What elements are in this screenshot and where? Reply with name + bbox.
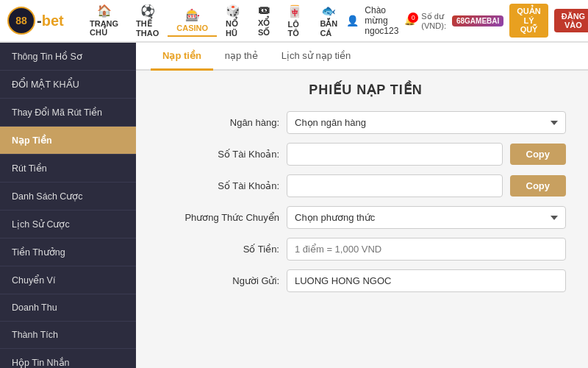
copy-button-so-tai-khoan-1[interactable]: Copy bbox=[510, 144, 567, 165]
form-rows: Ngân hàng:Chọn ngân hàngSố Tài Khoản:Cop… bbox=[165, 111, 566, 292]
nav-icon-the-thao: ⚽ bbox=[140, 4, 155, 18]
content-area: Nạp tiềnnạp thẻLịch sử nạp tiền PHIẾU NẠ… bbox=[136, 43, 588, 368]
nav-icon-lo-to: 🀄 bbox=[287, 4, 302, 18]
main-layout: Thông Tin Hồ SơĐỔI MẬT KHẨUThay Đổi Mã R… bbox=[0, 43, 588, 368]
form-title: PHIẾU NẠP TIỀN bbox=[165, 82, 566, 98]
nav-label-lo-to: LÔ TÔ bbox=[287, 20, 302, 38]
label-ngan-hang: Ngân hàng: bbox=[165, 117, 279, 128]
logo-text: -bet bbox=[37, 13, 64, 29]
bell-area[interactable]: 🔔 0 bbox=[404, 15, 415, 26]
form-area: PHIẾU NẠP TIỀN Ngân hàng:Chọn ngân hàngS… bbox=[136, 71, 588, 312]
nav-label-no-hu: NỔ HŨ bbox=[226, 19, 240, 38]
user-greeting: Chào mừng ngoc123 bbox=[365, 5, 398, 36]
nav-label-xo-so: XỔ SỐ bbox=[258, 18, 270, 38]
nav-label-trang-chu: TRANG CHỦ bbox=[90, 19, 118, 38]
form-row-so-tai-khoan-1: Số Tài Khoản:Copy bbox=[165, 143, 566, 166]
nav-item-lo-to[interactable]: 🀄LÔ TÔ bbox=[279, 1, 311, 40]
input-so-tien[interactable] bbox=[287, 238, 566, 261]
balance-label: Số dư (VND): bbox=[421, 12, 446, 30]
sidebar-item-thay-doi-ma-rut-tien[interactable]: Thay Đổi Mã Rút Tiền bbox=[0, 99, 136, 127]
header-right: 👤 Chào mừng ngoc123 🔔 0 Số dư (VND): 68G… bbox=[346, 4, 588, 38]
sidebar-item-tien-thuong[interactable]: Tiền Thưởng bbox=[0, 238, 136, 266]
form-row-phuong-thuc-chuyen: Phương Thức ChuyểnChọn phương thức bbox=[165, 206, 566, 229]
logo-number: 88 bbox=[15, 15, 27, 26]
label-so-tai-khoan-2: Số Tài Khoản: bbox=[165, 180, 279, 191]
nav-label-ban-ca: BẮN CÁ bbox=[320, 19, 337, 38]
select-ngan-hang[interactable]: Chọn ngân hàng bbox=[287, 111, 566, 134]
tab-nap-the[interactable]: nạp thẻ bbox=[213, 43, 270, 71]
sidebar-item-doanh-thu[interactable]: Doanh Thu bbox=[0, 294, 136, 322]
nav-label-casino: CASINO bbox=[176, 24, 208, 32]
sidebar-item-thanh-tich[interactable]: Thành Tích bbox=[0, 322, 136, 349]
label-nguoi-gui: Người Gửi: bbox=[165, 275, 279, 286]
game-banner: 68GAMEBAI bbox=[452, 15, 503, 26]
sidebar-item-nap-tien[interactable]: Nạp Tiền bbox=[0, 127, 136, 155]
nav-item-casino[interactable]: 🎰CASINO bbox=[168, 5, 217, 37]
tab-nap-tien[interactable]: Nạp tiền bbox=[151, 43, 213, 71]
tab-lich-su-nap-tien[interactable]: Lịch sử nạp tiền bbox=[270, 43, 363, 71]
nav-icon-ban-ca: 🐟 bbox=[321, 4, 336, 18]
user-icon: 👤 bbox=[346, 15, 359, 26]
quanly-button[interactable]: QUẢN LÝ QUỸ bbox=[509, 4, 548, 38]
nav-item-ban-ca[interactable]: 🐟BẮN CÁ bbox=[311, 1, 346, 40]
nav-icon-no-hu: 🎲 bbox=[226, 4, 240, 18]
header: 88 -bet 🏠TRANG CHỦ⚽THỂ THAO🎰CASINO🎲NỔ HŨ… bbox=[0, 0, 588, 43]
sidebar-item-chuyen-vi[interactable]: Chuyển Ví bbox=[0, 266, 136, 294]
nav-item-xo-so[interactable]: 🎟XỔ SỐ bbox=[249, 1, 279, 40]
sidebar-item-rut-tien[interactable]: Rút Tiền bbox=[0, 155, 136, 183]
nav-item-no-hu[interactable]: 🎲NỔ HŨ bbox=[217, 1, 249, 40]
logo-circle: 88 bbox=[7, 7, 35, 35]
sidebar-item-doi-mat-khau[interactable]: ĐỔI MẬT KHẨU bbox=[0, 71, 136, 99]
nav-item-the-thao[interactable]: ⚽THỂ THAO bbox=[127, 1, 168, 40]
input-so-tai-khoan-2[interactable] bbox=[287, 174, 503, 197]
nav-icon-xo-so: 🎟 bbox=[258, 4, 270, 17]
label-so-tien: Số Tiền: bbox=[165, 244, 279, 255]
nav-icon-trang-chu: 🏠 bbox=[97, 4, 112, 18]
input-so-tai-khoan-1[interactable] bbox=[287, 143, 503, 166]
bell-badge: 0 bbox=[408, 13, 418, 23]
dangnhap-button[interactable]: ĐĂNG VÀO bbox=[554, 9, 588, 32]
label-so-tai-khoan-1: Số Tài Khoản: bbox=[165, 149, 279, 160]
label-phuong-thuc-chuyen: Phương Thức Chuyển bbox=[165, 212, 279, 223]
main-nav: 🏠TRANG CHỦ⚽THỂ THAO🎰CASINO🎲NỔ HŨ🎟XỔ SỐ🀄L… bbox=[81, 1, 346, 40]
select-phuong-thuc-chuyen[interactable]: Chọn phương thức bbox=[287, 206, 566, 229]
nav-icon-casino: 🎰 bbox=[185, 8, 200, 22]
sidebar: Thông Tin Hồ SơĐỔI MẬT KHẨUThay Đổi Mã R… bbox=[0, 43, 136, 368]
sidebar-item-danh-sach-cuoc[interactable]: Danh Sách Cược bbox=[0, 183, 136, 210]
form-row-so-tai-khoan-2: Số Tài Khoản:Copy bbox=[165, 174, 566, 197]
form-row-ngan-hang: Ngân hàng:Chọn ngân hàng bbox=[165, 111, 566, 134]
copy-button-so-tai-khoan-2[interactable]: Copy bbox=[510, 175, 567, 197]
nav-item-trang-chu[interactable]: 🏠TRANG CHỦ bbox=[81, 1, 127, 40]
sidebar-item-lich-su-cuoc[interactable]: Lịch Sử Cược bbox=[0, 210, 136, 238]
input-nguoi-gui[interactable] bbox=[287, 269, 566, 292]
form-row-so-tien: Số Tiền: bbox=[165, 238, 566, 261]
form-row-nguoi-gui: Người Gửi: bbox=[165, 269, 566, 292]
sidebar-item-thong-tin-ho-so[interactable]: Thông Tin Hồ Sơ bbox=[0, 43, 136, 71]
tab-bar: Nạp tiềnnạp thẻLịch sử nạp tiền bbox=[136, 43, 588, 71]
nav-label-the-thao: THỂ THAO bbox=[136, 19, 159, 38]
sidebar-item-hop-tin-nhan[interactable]: Hộp Tin Nhắn bbox=[0, 349, 136, 368]
logo-area: 88 -bet bbox=[7, 7, 74, 35]
